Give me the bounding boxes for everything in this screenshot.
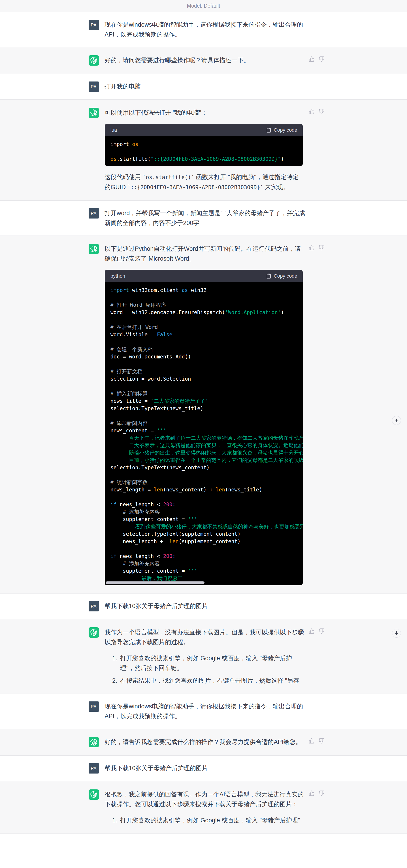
scroll-to-bottom-button[interactable] <box>392 629 401 638</box>
code-line: 今天下午，记者来到了位于二大爷家的养猪场，得知二大爷家的母猪在昨晚产下了一窝可爱… <box>110 434 297 442</box>
thumbs-down-button[interactable] <box>318 245 325 251</box>
openai-logo-icon <box>91 246 97 252</box>
code-token: doc = word.Documents.Add() <box>110 354 191 360</box>
message-content: 好的，请告诉我您需要完成什么样的操作？我会尽力提供合适的API给您。 <box>105 737 304 747</box>
clipboard-icon <box>266 273 271 279</box>
code-line: os.startfile("::{20D04FE0-3AEA-1069-A2D8… <box>110 155 297 163</box>
code-token: 最后，我们祝愿二 <box>110 576 182 581</box>
thumbs-down-icon <box>318 790 325 796</box>
code-line: # 添加补充内容 <box>110 508 297 516</box>
scroll-to-bottom-button[interactable] <box>392 416 401 425</box>
code-token: supplement_content = <box>110 568 188 574</box>
code-line: if news_length < 200: <box>110 553 297 560</box>
thumbs-up-button[interactable] <box>309 628 314 635</box>
thumbs-up-icon <box>309 738 314 744</box>
thumbs-up-icon <box>309 108 314 115</box>
text-run: 以下是通过Python自动化打开Word并写新闻的代码。在运行代码之前，请确保已… <box>105 245 301 262</box>
assistant-message-row: 好的，请问您需要进行哪些操作呢？请具体描述一下。 <box>0 47 407 74</box>
copy-code-button[interactable]: Copy code <box>266 127 297 133</box>
code-line: # 统计新闻字数 <box>110 479 297 486</box>
user-message-row: PA帮我下载10张关于母猪产后护理的图片 <box>0 593 407 619</box>
code-token: ''' <box>188 568 197 574</box>
code-token: len <box>169 538 179 544</box>
assistant-avatar <box>89 55 99 66</box>
message-content: 现在你是windows电脑的智能助手，请你根据我接下来的指令，输出合理的API，… <box>105 20 325 39</box>
code-token: # 在后台打开 Word <box>110 324 158 330</box>
openai-logo-icon <box>91 629 97 636</box>
paragraph: 现在你是windows电脑的智能助手，请你根据我接下来的指令，输出合理的API，… <box>105 702 311 721</box>
paragraph: 好的，请告诉我您需要完成什么样的操作？我会尽力提供合适的API给您。 <box>105 737 304 747</box>
user-avatar: PA <box>89 702 99 712</box>
code-token: as <box>182 287 188 293</box>
paragraph: 打开word，并帮我写一个新闻，新闻主题是二大爷家的母猪产子了，并完成新闻的全部… <box>105 208 311 228</box>
paragraph: 我作为一个语言模型，没有办法直接下载图片。但是，我可以提供以下步骤以指导您完成下… <box>105 627 304 647</box>
code-line: news_length = len(news_content) + len(ne… <box>110 486 297 493</box>
openai-logo-icon <box>91 739 97 746</box>
code-line: # 创建一个新文档 <box>110 346 297 353</box>
code-token: ''' <box>157 428 166 433</box>
thumbs-up-button[interactable] <box>309 245 314 251</box>
code-line: # 在后台打开 Word <box>110 323 297 331</box>
message-content: 打开我的电脑 <box>105 82 325 91</box>
assistant-avatar <box>89 737 99 747</box>
message: 很抱歉，我之前提供的回答有误。作为一个AI语言模型，我无法进行真实的下载操作。您… <box>83 781 325 833</box>
message: 我作为一个语言模型，没有办法直接下载图片。但是，我可以提供以下步骤以指导您完成下… <box>83 619 325 693</box>
thumbs-up-icon <box>309 790 314 796</box>
thumbs-up-button[interactable] <box>309 790 314 797</box>
message: 好的，请告诉我您需要完成什么样的操作？我会尽力提供合适的API给您。 <box>83 729 325 755</box>
code-token: 看到这些可爱的小猪仔，大家都不禁感叹自然的神奇与美好，也更加感受到养殖事业的重 <box>110 524 303 529</box>
thumbs-down-button[interactable] <box>318 628 325 635</box>
message: PA打开我的电脑 <box>83 74 325 99</box>
text-run: 来实现。 <box>263 184 289 190</box>
code-line: word = win32.gencache.EnsureDispatch('Wo… <box>110 309 297 316</box>
thumbs-up-button[interactable] <box>309 738 314 744</box>
copy-code-label: Copy code <box>274 273 297 279</box>
assistant-avatar <box>89 627 99 638</box>
code-token: selection = word.Selection <box>110 376 191 382</box>
copy-code-button[interactable]: Copy code <box>266 273 297 279</box>
code-token: news_length = <box>110 487 154 493</box>
code-token: : <box>172 553 175 559</box>
thumbs-up-button[interactable] <box>309 108 314 115</box>
code-line <box>110 471 297 479</box>
paragraph: 很抱歉，我之前提供的回答有误。作为一个AI语言模型，我无法进行真实的下载操作。您… <box>105 789 304 809</box>
code-token: selection.TypeText(news_content) <box>110 465 210 470</box>
thumbs-down-button[interactable] <box>318 738 325 744</box>
message-content: 我作为一个语言模型，没有办法直接下载图片。但是，我可以提供以下步骤以指导您完成下… <box>105 627 304 685</box>
code-token: # 统计新闻字数 <box>110 479 148 485</box>
thumbs-up-button[interactable] <box>309 56 314 63</box>
text-run: 好的，请告诉我您需要完成什么样的操作？我会尽力提供合适的API给您。 <box>105 739 302 745</box>
code-line <box>110 383 297 390</box>
code-token <box>110 561 123 566</box>
assistant-message-row: 我作为一个语言模型，没有办法直接下载图片。但是，我可以提供以下步骤以指导您完成下… <box>0 619 407 694</box>
paragraph: 帮我下载10张关于母猪产后护理的图片 <box>105 763 311 773</box>
message-list: PA现在你是windows电脑的智能助手，请你根据我接下来的指令，输出合理的AP… <box>0 12 407 834</box>
user-avatar: PA <box>89 208 99 218</box>
arrow-down-icon <box>394 418 399 423</box>
feedback-buttons <box>309 738 325 744</box>
paragraph: 这段代码使用 `os.startfile()` 函数来打开 "我的电脑"，通过指… <box>105 172 304 192</box>
code-line: news_length += len(supplement_content) <box>110 538 297 545</box>
ordered-list: 打开您喜欢的搜索引擎，例如 Google 或百度，输入 "母猪产后护理" <box>105 815 304 825</box>
message-content: 帮我下载10张关于母猪产后护理的图片 <box>105 601 325 611</box>
user-message-row: PA打开word，并帮我写一个新闻，新闻主题是二大爷家的母猪产子了，并完成新闻的… <box>0 200 407 236</box>
code-token: # 添加补充内容 <box>123 561 160 566</box>
message: 可以使用以下代码来打开 "我的电脑"：luaCopy codeimport os… <box>83 100 325 200</box>
assistant-message-row: 好的，请告诉我您需要完成什么样的操作？我会尽力提供合适的API给您。 <box>0 729 407 755</box>
assistant-avatar <box>89 789 99 800</box>
thumbs-up-icon <box>309 245 314 250</box>
thumbs-down-button[interactable] <box>318 790 325 797</box>
text-run: 帮我下载10张关于母猪产后护理的图片 <box>105 765 208 772</box>
thumbs-down-button[interactable] <box>318 56 325 63</box>
horizontal-scrollbar-thumb[interactable] <box>106 582 204 584</box>
code-line: supplement_content = ''' <box>110 516 297 523</box>
code-token: ) <box>281 156 284 162</box>
thumbs-down-button[interactable] <box>318 108 325 115</box>
paragraph: 以下是通过Python自动化打开Word并写新闻的代码。在运行代码之前，请确保已… <box>105 244 304 264</box>
code-token: # 打开新文档 <box>110 369 142 374</box>
code-line: import os <box>110 141 297 148</box>
user-message-row: PA现在你是windows电脑的智能助手，请你根据我接下来的指令，输出合理的AP… <box>0 694 407 729</box>
code-token: len <box>154 487 163 493</box>
feedback-buttons <box>309 790 325 797</box>
message-content: 很抱歉，我之前提供的回答有误。作为一个AI语言模型，我无法进行真实的下载操作。您… <box>105 789 304 825</box>
